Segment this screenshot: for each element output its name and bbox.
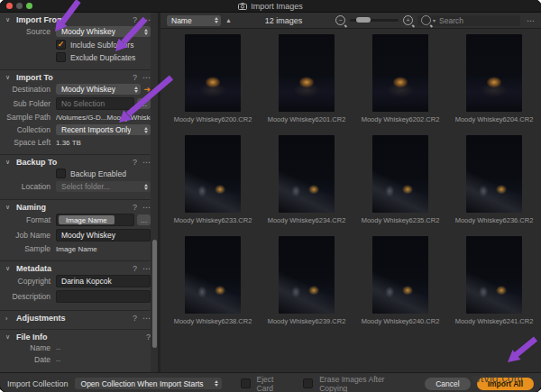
exclude-duplicates-checkbox[interactable] — [56, 52, 66, 62]
thumbnail-filename: Moody Whiskey6201.CR2 — [268, 115, 346, 123]
collapse-chevron-icon[interactable]: ∨ — [5, 333, 13, 341]
erase-images-checkbox[interactable] — [303, 378, 313, 388]
thumbnail-cell[interactable]: Moody Whiskey6234.CR2 — [260, 131, 353, 232]
help-icon[interactable]: ? — [133, 315, 137, 323]
thumbnail-filename: Moody Whiskey6240.CR2 — [362, 317, 440, 325]
thumbnail-cell[interactable]: Moody Whiskey6235.CR2 — [353, 131, 447, 232]
help-icon[interactable]: ? — [133, 204, 137, 212]
collapse-chevron-icon[interactable]: ∨ — [5, 159, 13, 166]
format-label: Format — [0, 215, 56, 224]
backup-enabled-checkbox[interactable] — [56, 169, 66, 178]
thumbnail-cell[interactable]: Moody Whiskey6238.CR2 — [166, 232, 260, 333]
zoom-in-icon[interactable]: + — [403, 15, 413, 25]
photo-thumbnail[interactable] — [185, 135, 241, 213]
thumbnail-cell[interactable]: Moody Whiskey6204.CR2 — [447, 30, 541, 131]
thumbnail-cell[interactable]: Moody Whiskey6201.CR2 — [260, 30, 353, 131]
chevron-updown-icon — [212, 17, 218, 23]
format-token[interactable]: Image Name — [59, 215, 115, 224]
thumbnail-cell[interactable]: Moody Whiskey6239.CR2 — [260, 232, 353, 333]
eject-card-checkbox[interactable] — [241, 378, 251, 388]
job-name-label: Job Name — [0, 231, 56, 240]
collapse-chevron-icon[interactable]: ∨ — [5, 204, 13, 211]
section-naming: ∨ Naming ? ⋯ Format Image Name … — [0, 200, 158, 261]
thumbnail-filename: Moody Whiskey6200.CR2 — [174, 115, 252, 123]
subfolder-browse-button[interactable]: … — [137, 98, 151, 109]
more-options-icon[interactable]: ⋯ — [142, 204, 151, 212]
location-label: Location — [0, 182, 56, 191]
eject-card-label: Eject Card — [257, 375, 292, 392]
photo-thumbnail[interactable] — [372, 236, 428, 314]
thumbnail-cell[interactable]: Moody Whiskey6236.CR2 — [447, 131, 541, 232]
photo-thumbnail[interactable] — [372, 34, 428, 112]
backup-enabled-label: Backup Enabled — [70, 169, 126, 178]
description-field[interactable] — [56, 290, 151, 303]
search-input[interactable] — [437, 15, 504, 26]
destination-label: Destination — [0, 85, 56, 94]
photo-thumbnail[interactable] — [185, 34, 241, 112]
photo-thumbnail[interactable] — [466, 236, 522, 314]
slider-thumb[interactable] — [356, 17, 371, 23]
thumbnail-cell[interactable]: Moody Whiskey6240.CR2 — [353, 232, 447, 333]
chevron-updown-icon — [142, 184, 148, 190]
file-name-value: -- — [56, 344, 60, 352]
photo-thumbnail[interactable] — [279, 135, 335, 213]
include-subfolders-checkbox[interactable]: ✓ — [56, 40, 66, 50]
search-box[interactable]: ▾ — [417, 15, 520, 26]
subfolder-field[interactable]: No Selection — [56, 97, 134, 110]
more-options-icon[interactable]: ⋯ — [142, 315, 151, 323]
collapse-chevron-icon[interactable]: ∨ — [5, 265, 13, 272]
thumbnail-cell[interactable]: Moody Whiskey6202.CR2 — [353, 30, 447, 131]
sort-ascending-icon[interactable]: ▲ — [225, 17, 232, 23]
browser-toolbar: Name ▲ 12 images − + ▾ ⋯ — [160, 13, 541, 29]
chevron-updown-icon — [142, 29, 148, 35]
thumbnail-size-slider[interactable] — [350, 19, 399, 22]
more-options-icon[interactable]: ⋯ — [142, 265, 151, 273]
help-icon[interactable]: ? — [133, 74, 137, 82]
import-collection-select[interactable]: Open Collection When Import Starts — [75, 378, 222, 389]
copyright-field[interactable]: Darina Kopcok — [56, 275, 151, 287]
collapse-chevron-icon[interactable]: ∨ — [5, 16, 13, 23]
destination-select[interactable]: Moody Whiskey — [56, 84, 141, 95]
photo-thumbnail[interactable] — [279, 34, 335, 112]
photo-thumbnail[interactable] — [466, 135, 522, 213]
backup-location-select[interactable]: Select folder... — [56, 181, 151, 192]
thumbnail-cell[interactable]: Moody Whiskey6241.CR2 — [447, 232, 541, 333]
collapse-chevron-icon[interactable]: ∨ — [5, 74, 13, 81]
import-images-window: Import Images ∨ Import From ? ⋯ Source — [0, 0, 541, 392]
left-panel-scrollbar-thumb[interactable] — [152, 240, 157, 348]
source-label: Source — [0, 27, 56, 36]
thumbnail-cell[interactable]: Moody Whiskey6233.CR2 — [166, 131, 260, 232]
toolbar-more-icon[interactable]: ⋯ — [527, 16, 535, 25]
format-token-field[interactable]: Image Name — [56, 214, 134, 226]
format-browse-button[interactable]: … — [137, 214, 151, 225]
sort-by-select[interactable]: Name — [167, 15, 221, 26]
photo-thumbnail[interactable] — [372, 135, 428, 213]
chevron-updown-icon — [212, 380, 218, 387]
job-name-field[interactable]: Moody Whiskey — [56, 229, 151, 242]
sample-path-label: Sample Path — [0, 113, 56, 122]
more-options-icon[interactable]: ⋯ — [142, 159, 151, 167]
help-icon[interactable]: ? — [133, 159, 137, 167]
photo-thumbnail[interactable] — [185, 236, 241, 314]
goto-destination-icon[interactable]: ➜ — [143, 86, 151, 94]
expand-chevron-icon[interactable]: › — [5, 315, 13, 322]
section-import-to: ∨ Import To ? ⋯ Destination Moody Whiske… — [0, 70, 158, 155]
search-scope-caret-icon[interactable]: ▾ — [433, 17, 436, 23]
thumbnail-filename: Moody Whiskey6236.CR2 — [455, 216, 534, 224]
collection-select[interactable]: Recent Imports Only — [56, 124, 151, 135]
bottom-bar: Import Collection Open Collection When I… — [0, 372, 541, 392]
cancel-button[interactable]: Cancel — [425, 378, 470, 390]
thumbnail-cell[interactable]: Moody Whiskey6200.CR2 — [166, 30, 260, 131]
file-date-value: -- — [56, 356, 60, 364]
import-collection-label: Import Collection — [7, 379, 69, 388]
photo-thumbnail[interactable] — [279, 236, 335, 314]
source-select[interactable]: Moody Whiskey — [56, 26, 151, 37]
more-options-icon[interactable]: ⋯ — [142, 74, 151, 82]
chevron-updown-icon — [142, 127, 148, 133]
help-icon[interactable]: ? — [133, 16, 137, 24]
photo-thumbnail[interactable] — [466, 34, 522, 112]
more-options-icon[interactable]: ⋯ — [142, 16, 151, 24]
zoom-out-icon[interactable]: − — [335, 15, 345, 25]
chevron-updown-icon — [132, 87, 138, 93]
help-icon[interactable]: ? — [133, 265, 137, 273]
